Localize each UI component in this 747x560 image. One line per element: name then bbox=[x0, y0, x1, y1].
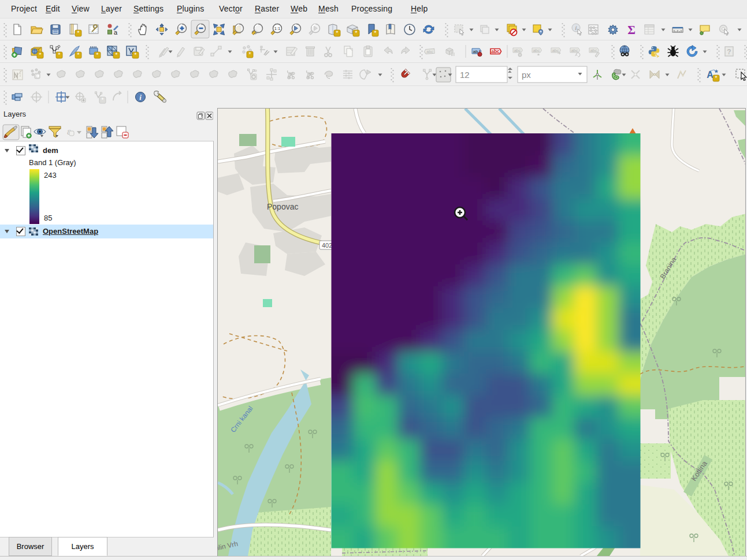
svg-text:*: * bbox=[77, 30, 80, 36]
svg-text:abc: abc bbox=[426, 50, 433, 54]
svg-text:Popovac: Popovac bbox=[267, 202, 298, 211]
svg-text:*: * bbox=[39, 52, 42, 58]
svg-text:*: * bbox=[249, 51, 251, 58]
svg-text:i: i bbox=[575, 25, 577, 31]
svg-text:i: i bbox=[139, 93, 142, 102]
svg-text:abc: abc bbox=[590, 48, 597, 53]
svg-text:*: * bbox=[336, 30, 339, 36]
svg-text:abc: abc bbox=[571, 48, 578, 53]
svg-text:abc: abc bbox=[514, 48, 521, 53]
svg-text:*: * bbox=[355, 30, 358, 36]
svg-text:*: * bbox=[77, 52, 80, 58]
svg-text:1:1: 1:1 bbox=[274, 26, 280, 31]
svg-text:*: * bbox=[102, 97, 104, 103]
svg-text:a: a bbox=[114, 29, 118, 36]
svg-text:*: * bbox=[116, 52, 118, 58]
svg-text:402: 402 bbox=[322, 242, 332, 249]
svg-text:abc: abc bbox=[533, 48, 540, 53]
svg-text:*: * bbox=[374, 30, 377, 36]
svg-text:*: * bbox=[58, 52, 61, 58]
svg-text:Σ: Σ bbox=[627, 23, 635, 37]
svg-text:ab: ab bbox=[473, 49, 478, 54]
svg-text:abc: abc bbox=[552, 48, 559, 53]
svg-text:*: * bbox=[715, 75, 718, 81]
svg-text:*: * bbox=[135, 52, 137, 58]
svg-text:abc: abc bbox=[491, 48, 500, 54]
svg-text:*: * bbox=[96, 52, 99, 58]
svg-text:px: px bbox=[522, 70, 531, 80]
svg-text:12: 12 bbox=[460, 70, 470, 80]
svg-text:?: ? bbox=[727, 48, 731, 56]
